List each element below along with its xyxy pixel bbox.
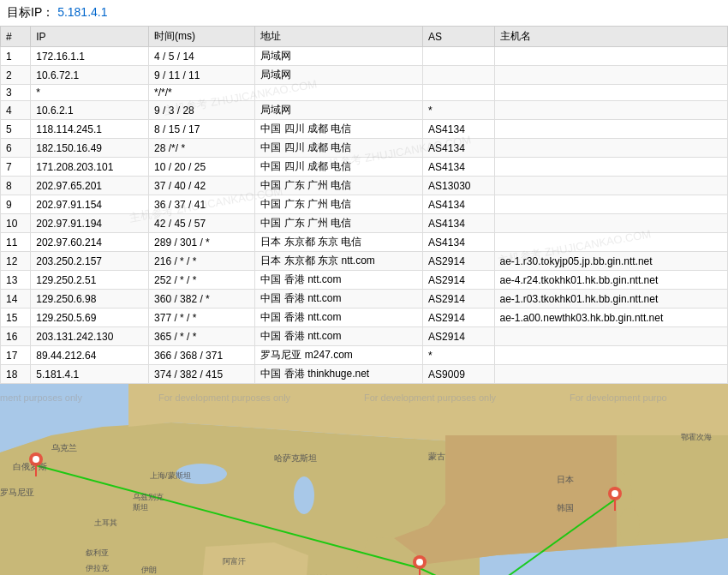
cell-time: 42 / 45 / 57 bbox=[149, 214, 255, 233]
cell-num: 9 bbox=[1, 195, 31, 214]
cell-ip: 202.97.65.201 bbox=[31, 177, 149, 195]
cell-host bbox=[494, 195, 728, 214]
cell-time: 216 / * / * bbox=[149, 252, 255, 271]
cell-num: 13 bbox=[1, 271, 31, 290]
cell-num: 14 bbox=[1, 290, 31, 308]
cell-addr: 中国 香港 ntt.com bbox=[255, 308, 423, 327]
col-header-ip: IP bbox=[31, 27, 149, 47]
svg-text:日本: 日本 bbox=[557, 475, 574, 484]
cell-num: 11 bbox=[1, 233, 31, 252]
svg-text:伊拉克: 伊拉克 bbox=[86, 564, 109, 572]
cell-host bbox=[494, 66, 728, 85]
cell-host bbox=[494, 47, 728, 66]
table-row: 5118.114.245.18 / 15 / 17中国 四川 成都 电信AS41… bbox=[1, 120, 728, 139]
cell-as: AS4134 bbox=[423, 233, 494, 252]
svg-text:韩国: 韩国 bbox=[557, 503, 574, 512]
cell-ip: 89.44.212.64 bbox=[31, 346, 149, 365]
cell-num: 18 bbox=[1, 365, 31, 384]
svg-text:乌克兰: 乌克兰 bbox=[51, 443, 77, 452]
svg-text:上海/蒙斯坦: 上海/蒙斯坦 bbox=[150, 471, 191, 480]
cell-addr: 中国 四川 成都 电信 bbox=[255, 158, 423, 177]
cell-time: 36 / 37 / 41 bbox=[149, 195, 255, 214]
traceroute-table: # IP 时间(ms) 地址 AS 主机名 1172.16.1.14 / 5 /… bbox=[0, 26, 728, 384]
cell-addr: 中国 香港 ntt.com bbox=[255, 327, 423, 346]
cell-host bbox=[494, 139, 728, 158]
cell-ip: 129.250.6.98 bbox=[31, 290, 149, 308]
svg-point-31 bbox=[33, 456, 39, 463]
cell-as: * bbox=[423, 346, 494, 365]
cell-num: 2 bbox=[1, 66, 31, 85]
table-row: 185.181.4.1374 / 382 / 415中国 香港 thinkhug… bbox=[1, 365, 728, 384]
cell-host bbox=[494, 158, 728, 177]
cell-time: 9 / 11 / 11 bbox=[149, 66, 255, 85]
target-ip-link[interactable]: 5.181.4.1 bbox=[57, 5, 107, 19]
cell-ip: 129.250.5.69 bbox=[31, 308, 149, 327]
cell-ip: 10.6.72.1 bbox=[31, 66, 149, 85]
table-row: 12203.250.2.157216 / * / *日本 东京都 东京 ntt.… bbox=[1, 252, 728, 271]
cell-time: 365 / * / * bbox=[149, 327, 255, 346]
col-header-addr: 地址 bbox=[255, 27, 423, 47]
cell-time: 4 / 5 / 14 bbox=[149, 47, 255, 66]
cell-addr bbox=[255, 85, 423, 101]
cell-as: AS4134 bbox=[423, 120, 494, 139]
cell-num: 6 bbox=[1, 139, 31, 158]
svg-text:ment purposes only: ment purposes only bbox=[0, 392, 82, 403]
svg-text:叙利亚: 叙利亚 bbox=[86, 548, 109, 557]
col-header-as: AS bbox=[423, 27, 494, 47]
svg-text:For development purpo: For development purpo bbox=[570, 392, 667, 403]
col-header-time: 时间(ms) bbox=[149, 27, 255, 47]
cell-num: 4 bbox=[1, 101, 31, 120]
cell-time: 8 / 15 / 17 bbox=[149, 120, 255, 139]
cell-as: AS2914 bbox=[423, 290, 494, 308]
col-header-num: # bbox=[1, 27, 31, 47]
map-container: ment purposes only For development purpo… bbox=[0, 384, 728, 575]
cell-host: ae-4.r24.tkokhk01.hk.bb.gin.ntt.net bbox=[494, 271, 728, 290]
cell-host bbox=[494, 85, 728, 101]
cell-ip: 10.6.2.1 bbox=[31, 101, 149, 120]
cell-as bbox=[423, 66, 494, 85]
table-row: 13129.250.2.51252 / * / *中国 香港 ntt.comAS… bbox=[1, 271, 728, 290]
cell-num: 5 bbox=[1, 120, 31, 139]
cell-as: AS2914 bbox=[423, 252, 494, 271]
svg-text:伊朗: 伊朗 bbox=[141, 566, 157, 574]
cell-as bbox=[423, 85, 494, 101]
svg-point-2 bbox=[619, 508, 640, 542]
cell-num: 10 bbox=[1, 214, 31, 233]
cell-ip: 203.250.2.157 bbox=[31, 252, 149, 271]
cell-addr: 中国 广东 广州 电信 bbox=[255, 195, 423, 214]
cell-host bbox=[494, 346, 728, 365]
svg-point-4 bbox=[294, 476, 314, 514]
cell-time: 374 / 382 / 415 bbox=[149, 365, 255, 384]
cell-num: 8 bbox=[1, 177, 31, 195]
cell-host bbox=[494, 120, 728, 139]
svg-text:斯坦: 斯坦 bbox=[133, 503, 148, 512]
cell-as: AS4134 bbox=[423, 139, 494, 158]
cell-as: AS2914 bbox=[423, 327, 494, 346]
cell-host bbox=[494, 365, 728, 384]
cell-as: AS2914 bbox=[423, 271, 494, 290]
cell-ip: 203.131.242.130 bbox=[31, 327, 149, 346]
table-row: 9202.97.91.15436 / 37 / 41中国 广东 广州 电信AS4… bbox=[1, 195, 728, 214]
header-label: 目标IP： bbox=[7, 5, 54, 19]
cell-ip: 129.250.2.51 bbox=[31, 271, 149, 290]
cell-ip: 118.114.245.1 bbox=[31, 120, 149, 139]
cell-as: * bbox=[423, 101, 494, 120]
table-header-row: # IP 时间(ms) 地址 AS 主机名 bbox=[1, 27, 728, 47]
table-row: 8202.97.65.20137 / 40 / 42中国 广东 广州 电信AS1… bbox=[1, 177, 728, 195]
header: 目标IP： 5.181.4.1 bbox=[0, 0, 728, 26]
cell-time: 9 / 3 / 28 bbox=[149, 101, 255, 120]
cell-ip: 172.16.1.1 bbox=[31, 47, 149, 66]
cell-addr: 局域网 bbox=[255, 66, 423, 85]
cell-num: 17 bbox=[1, 346, 31, 365]
cell-host bbox=[494, 214, 728, 233]
cell-addr: 中国 广东 广州 电信 bbox=[255, 177, 423, 195]
table-row: 6182.150.16.4928 /*/ *中国 四川 成都 电信AS4134 bbox=[1, 139, 728, 158]
cell-ip: 202.97.91.154 bbox=[31, 195, 149, 214]
cell-addr: 中国 广东 广州 电信 bbox=[255, 214, 423, 233]
cell-time: 10 / 20 / 25 bbox=[149, 158, 255, 177]
cell-host bbox=[494, 177, 728, 195]
cell-as bbox=[423, 47, 494, 66]
cell-time: 37 / 40 / 42 bbox=[149, 177, 255, 195]
cell-time: 289 / 301 / * bbox=[149, 233, 255, 252]
svg-text:罗马尼亚: 罗马尼亚 bbox=[0, 488, 34, 497]
